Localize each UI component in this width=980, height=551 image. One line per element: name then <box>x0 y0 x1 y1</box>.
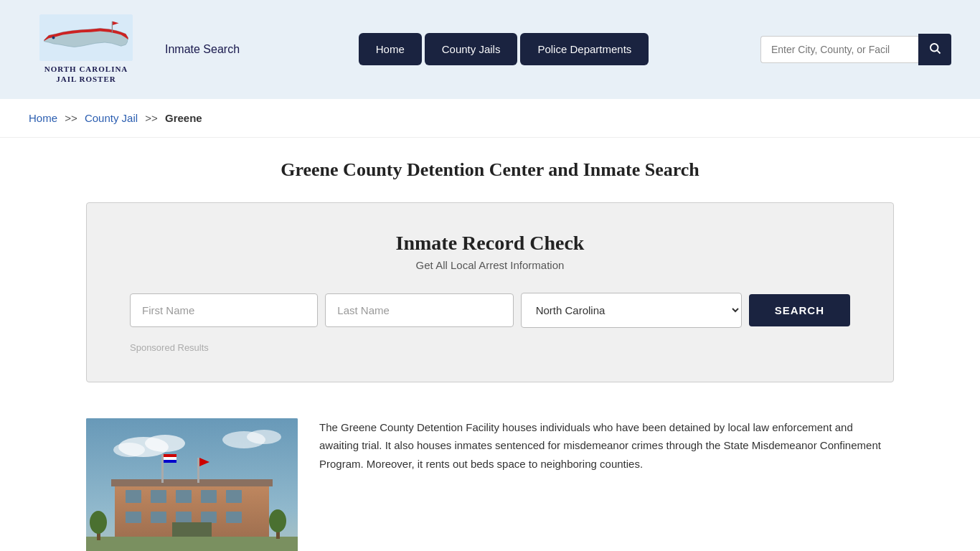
logo-area: NORTH CAROLINA JAIL ROSTER <box>29 14 143 85</box>
inmate-search-link[interactable]: Inmate Search <box>165 43 240 56</box>
svg-rect-28 <box>161 454 164 483</box>
breadcrumb: Home >> County Jail >> Greene <box>0 99 980 138</box>
facility-image <box>86 418 298 551</box>
svg-rect-16 <box>111 479 273 486</box>
record-check-subtitle: Get All Local Arrest Information <box>130 259 850 271</box>
first-name-input[interactable] <box>130 293 318 327</box>
facility-description: The Greene County Detention Facility hou… <box>319 418 894 474</box>
main-nav: Home County Jails Police Departments <box>268 33 739 65</box>
breadcrumb-home-link[interactable]: Home <box>29 112 57 124</box>
inmate-search-form: AlabamaAlaskaArizonaArkansasCaliforniaCo… <box>130 293 850 328</box>
svg-point-13 <box>247 430 281 444</box>
svg-rect-23 <box>151 512 166 523</box>
svg-rect-32 <box>197 458 199 483</box>
svg-rect-26 <box>226 512 242 523</box>
svg-rect-31 <box>164 460 176 463</box>
svg-rect-18 <box>151 490 166 503</box>
svg-point-35 <box>90 511 107 534</box>
state-select[interactable]: AlabamaAlaskaArizonaArkansasCaliforniaCo… <box>521 293 742 328</box>
header-search-area <box>760 34 951 65</box>
svg-rect-14 <box>86 537 298 551</box>
svg-rect-17 <box>126 490 141 503</box>
page-title-area: Greene County Detention Center and Inmat… <box>0 138 980 195</box>
page-title: Greene County Detention Center and Inmat… <box>29 159 951 181</box>
nav-police-departments-button[interactable]: Police Departments <box>520 33 649 65</box>
breadcrumb-sep1: >> <box>65 112 77 124</box>
nc-state-logo <box>39 14 133 61</box>
facility-image-bg <box>86 418 298 551</box>
inmate-search-button[interactable]: SEARCH <box>749 294 850 326</box>
last-name-input[interactable] <box>325 293 513 327</box>
svg-point-11 <box>113 443 145 457</box>
search-icon <box>928 42 941 55</box>
svg-point-5 <box>52 37 55 39</box>
svg-point-6 <box>930 44 938 52</box>
breadcrumb-county-jail-link[interactable]: County Jail <box>85 112 138 124</box>
svg-point-37 <box>269 509 286 532</box>
breadcrumb-current: Greene <box>165 112 202 124</box>
header-search-input[interactable] <box>760 36 918 63</box>
logo-text: NORTH CAROLINA JAIL ROSTER <box>44 64 128 85</box>
record-check-box: Inmate Record Check Get All Local Arrest… <box>86 202 894 382</box>
site-header: NORTH CAROLINA JAIL ROSTER Inmate Search… <box>0 0 980 99</box>
facility-illustration <box>86 418 298 551</box>
breadcrumb-sep2: >> <box>145 112 158 124</box>
nav-county-jails-button[interactable]: County Jails <box>425 33 518 65</box>
nav-home-button[interactable]: Home <box>359 33 422 65</box>
svg-rect-24 <box>176 512 192 523</box>
svg-rect-19 <box>176 490 192 503</box>
svg-rect-20 <box>201 490 217 503</box>
svg-rect-25 <box>201 512 217 523</box>
svg-point-10 <box>145 435 185 452</box>
svg-rect-22 <box>126 512 141 523</box>
svg-rect-21 <box>226 490 242 503</box>
record-check-title: Inmate Record Check <box>130 232 850 255</box>
svg-line-7 <box>937 50 940 53</box>
bottom-section: The Greene County Detention Facility hou… <box>0 404 980 551</box>
sponsored-results-label: Sponsored Results <box>130 342 850 353</box>
header-search-button[interactable] <box>918 34 951 65</box>
svg-rect-30 <box>164 457 176 460</box>
svg-rect-3 <box>112 22 113 33</box>
svg-rect-27 <box>172 522 212 537</box>
